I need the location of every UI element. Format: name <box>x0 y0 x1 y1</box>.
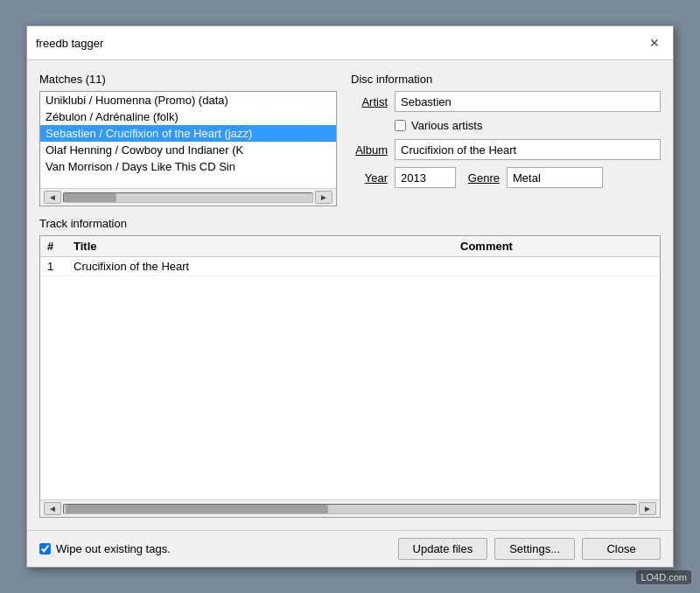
various-artists-row: Various artists <box>395 119 661 132</box>
genre-input[interactable] <box>507 167 603 188</box>
settings-button[interactable]: Settings... <box>494 538 575 560</box>
wipe-tags-checkbox[interactable] <box>39 543 51 555</box>
table-row[interactable]: 1 Crucifixion of the Heart <box>40 257 660 276</box>
wipe-tags-row[interactable]: Wipe out existing tags. <box>39 542 171 555</box>
main-dialog: freedb tagger ✕ Matches (11) Uniklubi / … <box>26 25 674 568</box>
album-row: Album <box>351 139 661 160</box>
track-scroll-right[interactable]: ► <box>639 502 656 515</box>
list-item[interactable]: Van Morrison / Days Like This CD Sin <box>40 158 336 175</box>
list-item[interactable]: Olaf Henning / Cowboy und Indianer (K <box>40 142 336 158</box>
track-section: Track information # Title Comment 1 Cruc… <box>39 217 661 518</box>
track-num: 1 <box>47 260 74 273</box>
disc-info-label: Disc information <box>351 73 661 86</box>
track-scroll-left[interactable]: ◄ <box>44 502 61 515</box>
matches-label: Matches (11) <box>39 73 337 86</box>
year-input[interactable] <box>395 167 456 188</box>
track-rows[interactable]: 1 Crucifixion of the Heart <box>40 257 660 499</box>
track-table: # Title Comment 1 Crucifixion of the Hea… <box>39 235 661 518</box>
update-files-button[interactable]: Update files <box>398 538 488 560</box>
artist-row: Artist <box>351 91 661 112</box>
track-hscrollbar: ◄ ► <box>40 499 660 517</box>
genre-label: Genre <box>463 171 500 185</box>
track-table-header: # Title Comment <box>40 236 660 257</box>
close-icon[interactable]: ✕ <box>645 33 664 52</box>
matches-scroll-right[interactable]: ► <box>315 191 332 204</box>
title-bar: freedb tagger ✕ <box>27 26 673 60</box>
close-dialog-button[interactable]: Close <box>582 538 661 560</box>
col-title-header: Title <box>74 240 460 253</box>
various-artists-label: Various artists <box>411 119 482 132</box>
matches-listbox[interactable]: Uniklubi / Huomenna (Promo) (data)Zébulo… <box>39 91 337 206</box>
bottom-bar: Wipe out existing tags. Update files Set… <box>27 530 673 567</box>
list-item[interactable]: Uniklubi / Huomenna (Promo) (data) <box>40 92 336 108</box>
top-section: Matches (11) Uniklubi / Huomenna (Promo)… <box>39 73 661 206</box>
matches-hscrollbar: ◄ ► <box>40 188 336 206</box>
artist-input[interactable] <box>395 91 661 112</box>
artist-label: Artist <box>351 95 388 108</box>
matches-list-inner[interactable]: Uniklubi / Huomenna (Promo) (data)Zébulo… <box>40 92 336 188</box>
various-artists-checkbox[interactable] <box>395 120 406 131</box>
dialog-title: freedb tagger <box>36 37 103 50</box>
list-item[interactable]: Sebastien / Crucifixion of the Heart (ja… <box>40 125 336 142</box>
year-label: Year <box>351 171 388 185</box>
wipe-tags-label: Wipe out existing tags. <box>56 542 171 555</box>
year-genre-row: Year Genre <box>351 167 661 188</box>
track-scroll-thumb <box>66 505 328 513</box>
watermark: LO4D.com <box>636 570 691 584</box>
col-num-header: # <box>47 240 74 253</box>
dialog-body: Matches (11) Uniklubi / Huomenna (Promo)… <box>27 60 673 530</box>
album-label: Album <box>351 143 388 157</box>
disc-info-panel: Disc information Artist Various artists … <box>351 73 661 206</box>
list-item[interactable]: Zébulon / Adrénaline (folk) <box>40 108 336 125</box>
matches-scroll-track[interactable] <box>63 192 313 203</box>
matches-scroll-thumb <box>64 193 116 202</box>
track-scroll-track[interactable] <box>63 504 637 514</box>
matches-scroll-left[interactable]: ◄ <box>44 191 61 204</box>
album-input[interactable] <box>395 139 661 160</box>
track-title: Crucifixion of the Heart <box>74 260 460 273</box>
col-comment-header: Comment <box>460 240 653 253</box>
matches-panel: Matches (11) Uniklubi / Huomenna (Promo)… <box>39 73 337 206</box>
track-info-label: Track information <box>39 217 661 230</box>
